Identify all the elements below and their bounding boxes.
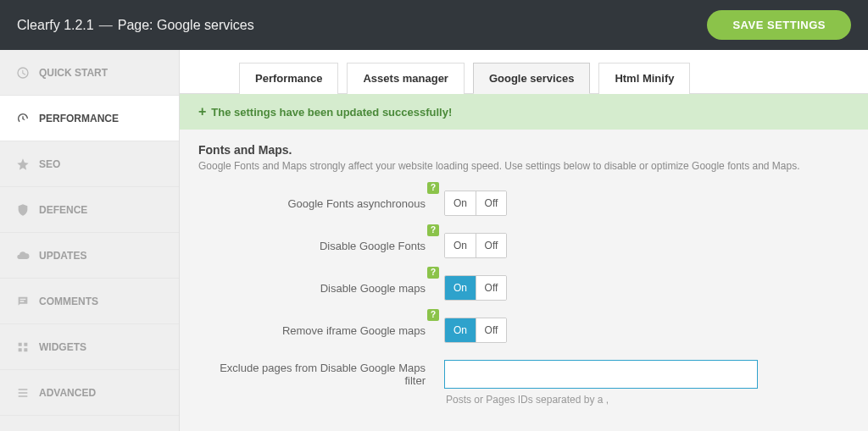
app-name: Clearfy 1.2.1 — [17, 18, 94, 33]
toggle-on[interactable]: On — [445, 318, 476, 342]
sidebar-item-label: COMMENTS — [39, 296, 98, 307]
sidebar-item-label: UPDATES — [39, 250, 86, 262]
exclude-pages-input[interactable] — [444, 360, 758, 389]
sidebar-item-label: PERFORMANCE — [39, 113, 119, 124]
label-remove-iframe: Remove iframe Google maps ? — [198, 324, 436, 337]
label-fonts-async: Google Fonts asynchronous ? — [198, 197, 436, 210]
dashboard-icon — [15, 111, 31, 126]
sidebar-item-advanced[interactable]: ADVANCED — [0, 370, 179, 416]
tab-google-services[interactable]: Google services — [473, 63, 590, 94]
row-fonts-async: Google Fonts asynchronous ? On Off — [198, 191, 849, 216]
form-area: Google Fonts asynchronous ? On Off Disab… — [180, 175, 868, 421]
shield-icon — [15, 202, 31, 218]
sidebar-item-quick-start[interactable]: QUICK START — [0, 50, 179, 96]
row-exclude-pages: Exclude pages from Disable Google Maps f… — [198, 360, 849, 389]
top-bar: Clearfy 1.2.1 — Page: Google services SA… — [0, 0, 868, 50]
sidebar-item-comments[interactable]: COMMENTS — [0, 279, 179, 324]
label-disable-fonts: Disable Google Fonts ? — [198, 240, 436, 252]
sidebar-item-label: WIDGETS — [39, 341, 86, 353]
toggle-off[interactable]: Off — [476, 276, 506, 300]
toggle-disable-fonts[interactable]: On Off — [444, 233, 507, 258]
plus-icon: + — [198, 104, 206, 119]
sidebar: QUICK START PERFORMANCE SEO DEFENCE UPDA… — [0, 50, 180, 431]
star-icon — [15, 157, 31, 172]
widgets-icon — [15, 340, 31, 355]
section-description: Google Fonts and Maps strongly affect yo… — [198, 160, 849, 172]
toggle-on[interactable]: On — [445, 191, 476, 215]
help-icon[interactable]: ? — [427, 224, 439, 236]
row-remove-iframe: Remove iframe Google maps ? On Off — [198, 318, 849, 343]
toggle-off[interactable]: Off — [476, 318, 506, 342]
toggle-disable-maps[interactable]: On Off — [444, 275, 507, 301]
row-disable-fonts: Disable Google Fonts ? On Off — [198, 233, 849, 258]
tabs: Performance Assets manager Google servic… — [180, 50, 868, 94]
app-separator: — — [99, 18, 113, 33]
toggle-off[interactable]: Off — [476, 191, 506, 215]
sidebar-item-widgets[interactable]: WIDGETS — [0, 324, 179, 370]
toggle-remove-iframe[interactable]: On Off — [444, 318, 507, 343]
sidebar-item-label: QUICK START — [39, 67, 108, 79]
list-icon — [15, 385, 31, 401]
toggle-off[interactable]: Off — [476, 234, 506, 257]
help-icon[interactable]: ? — [427, 267, 439, 279]
row-disable-maps: Disable Google maps ? On Off — [198, 275, 849, 301]
section-title: Fonts and Maps. — [198, 143, 849, 157]
tab-html-minify[interactable]: Html Minify — [598, 63, 690, 94]
help-icon[interactable]: ? — [427, 309, 439, 321]
toggle-fonts-async[interactable]: On Off — [444, 191, 507, 216]
label-exclude-pages: Exclude pages from Disable Google Maps f… — [198, 362, 436, 387]
label-disable-maps: Disable Google maps ? — [198, 282, 436, 295]
success-notice: + The settings have been updated success… — [180, 94, 868, 130]
clock-icon — [15, 65, 31, 80]
cloud-icon — [15, 248, 31, 263]
sidebar-item-label: SEO — [39, 158, 60, 170]
notice-text: The settings have been updated successfu… — [211, 106, 452, 119]
sidebar-item-seo[interactable]: SEO — [0, 141, 179, 187]
sidebar-item-label: DEFENCE — [39, 204, 87, 216]
tab-assets-manager[interactable]: Assets manager — [347, 63, 464, 94]
help-icon[interactable]: ? — [427, 182, 439, 194]
save-settings-button[interactable]: SAVE SETTINGS — [707, 10, 851, 40]
sidebar-item-label: ADVANCED — [39, 387, 96, 399]
section-header: Fonts and Maps. Google Fonts and Maps st… — [180, 130, 868, 175]
sidebar-item-updates[interactable]: UPDATES — [0, 233, 179, 279]
toggle-on[interactable]: On — [445, 234, 476, 257]
sidebar-item-defence[interactable]: DEFENCE — [0, 187, 179, 233]
comment-icon — [15, 294, 31, 309]
sidebar-item-performance[interactable]: PERFORMANCE — [0, 96, 179, 141]
toggle-on[interactable]: On — [445, 276, 476, 300]
page-title: Page: Google services — [118, 18, 254, 33]
tab-performance[interactable]: Performance — [239, 63, 338, 94]
exclude-pages-hint: Posts or Pages IDs separated by a , — [446, 394, 849, 406]
main-panel: Performance Assets manager Google servic… — [180, 50, 868, 431]
top-bar-left: Clearfy 1.2.1 — Page: Google services — [17, 18, 254, 33]
